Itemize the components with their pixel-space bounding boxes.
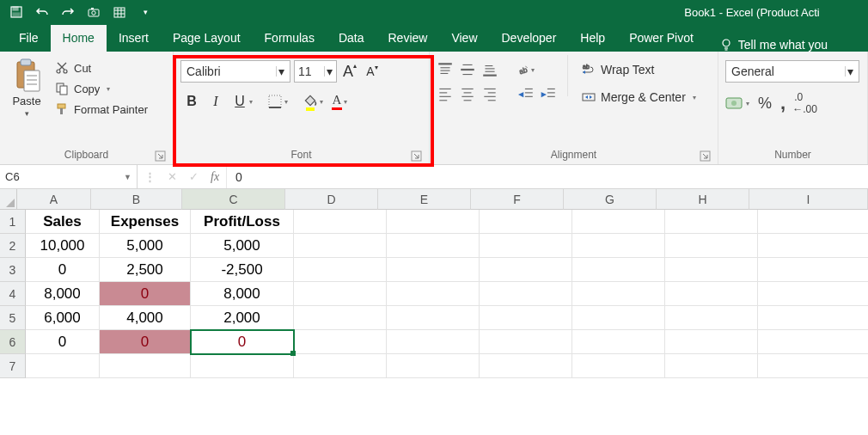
cell-F3[interactable] xyxy=(480,258,572,282)
cell-B1[interactable]: Expenses xyxy=(100,210,191,234)
tab-developer[interactable]: Developer xyxy=(490,25,569,52)
row-header-6[interactable]: 6 xyxy=(0,330,26,354)
orientation-button[interactable]: ab▾ xyxy=(517,62,535,77)
save-icon[interactable] xyxy=(9,4,24,20)
cell-H3[interactable] xyxy=(665,258,758,282)
format-painter-button[interactable]: Format Painter xyxy=(52,101,151,117)
cell-G4[interactable] xyxy=(572,282,665,306)
align-top-button[interactable] xyxy=(437,62,454,77)
cell-H7[interactable] xyxy=(665,354,758,378)
cell-A2[interactable]: 10,000 xyxy=(26,234,100,258)
col-header-E[interactable]: E xyxy=(378,189,471,210)
cut-button[interactable]: Cut xyxy=(52,60,151,76)
chevron-down-icon[interactable]: ▾ xyxy=(693,94,696,101)
chevron-down-icon[interactable]: ▾ xyxy=(845,66,855,77)
grow-font-button[interactable]: A▴ xyxy=(340,62,359,81)
dialog-launcher-icon[interactable] xyxy=(155,150,166,162)
tab-view[interactable]: View xyxy=(439,25,489,52)
cell-D1[interactable] xyxy=(294,210,387,234)
cell-H4[interactable] xyxy=(665,282,758,306)
cell-H6[interactable] xyxy=(665,330,758,354)
cell-F5[interactable] xyxy=(480,306,572,330)
cell-D7[interactable] xyxy=(294,354,387,378)
row-header-2[interactable]: 2 xyxy=(0,234,26,258)
col-header-C[interactable]: C xyxy=(182,189,285,210)
cell-G5[interactable] xyxy=(572,306,665,330)
redo-icon[interactable] xyxy=(60,4,76,20)
cell-G6[interactable] xyxy=(572,330,665,354)
cell-A7[interactable] xyxy=(26,354,100,378)
tell-me-search[interactable]: Tell me what you xyxy=(712,38,834,52)
row-header-1[interactable]: 1 xyxy=(0,210,26,234)
chevron-down-icon[interactable]: ▼ xyxy=(124,173,131,181)
cell-C4[interactable]: 8,000 xyxy=(191,282,294,306)
font-size-select[interactable]: 11 ▾ xyxy=(294,60,337,83)
cell-D6[interactable] xyxy=(294,330,387,354)
fx-icon[interactable]: fx xyxy=(211,170,219,184)
cell-B3[interactable]: 2,500 xyxy=(100,258,191,282)
copy-button[interactable]: Copy ▾ xyxy=(52,81,151,96)
cell-A4[interactable]: 8,000 xyxy=(26,282,100,306)
cell-E6[interactable] xyxy=(387,330,480,354)
italic-button[interactable]: I xyxy=(205,89,227,113)
cell-A6[interactable]: 0 xyxy=(26,330,100,354)
cancel-icon[interactable]: ✕ xyxy=(168,170,177,183)
col-header-F[interactable]: F xyxy=(471,189,564,210)
row-header-3[interactable]: 3 xyxy=(0,258,26,282)
chevron-down-icon[interactable]: ▾ xyxy=(320,98,323,106)
tab-review[interactable]: Review xyxy=(376,25,440,52)
cell-D4[interactable] xyxy=(294,282,387,306)
tab-insert[interactable]: Insert xyxy=(107,25,161,52)
cell-E4[interactable] xyxy=(387,282,480,306)
formula-input[interactable]: 0 xyxy=(227,165,868,188)
row-header-4[interactable]: 4 xyxy=(0,282,26,306)
cell-B5[interactable]: 4,000 xyxy=(100,306,191,330)
cell-E7[interactable] xyxy=(387,354,480,378)
comma-format-button[interactable]: , xyxy=(780,101,785,107)
row-header-7[interactable]: 7 xyxy=(0,354,26,378)
cell-H5[interactable] xyxy=(665,306,758,330)
cell-C3[interactable]: -2,500 xyxy=(191,258,294,282)
cell-B2[interactable]: 5,000 xyxy=(100,234,191,258)
cell-C6[interactable]: 0 xyxy=(191,330,294,354)
chevron-down-icon[interactable]: ▾ xyxy=(249,98,253,106)
cell-I7[interactable] xyxy=(758,354,868,378)
row-header-5[interactable]: 5 xyxy=(0,306,26,330)
cell-I5[interactable] xyxy=(758,306,868,330)
cell-D5[interactable] xyxy=(294,306,387,330)
tab-power-pivot[interactable]: Power Pivot xyxy=(617,25,706,52)
cell-I6[interactable] xyxy=(758,330,868,354)
chevron-down-icon[interactable]: ▾ xyxy=(284,98,288,106)
cell-A1[interactable]: Sales xyxy=(26,210,100,234)
col-header-B[interactable]: B xyxy=(91,189,182,210)
cell-G7[interactable] xyxy=(572,354,665,378)
cell-E2[interactable] xyxy=(387,234,480,258)
cell-B6[interactable]: 0 xyxy=(100,330,191,354)
cell-C2[interactable]: 5,000 xyxy=(191,234,294,258)
name-box[interactable]: C6 ▼ xyxy=(0,165,138,188)
cell-F4[interactable] xyxy=(480,282,572,306)
chevron-down-icon[interactable]: ▾ xyxy=(324,66,334,77)
enter-icon[interactable]: ✓ xyxy=(189,170,199,183)
qat-customize-icon[interactable]: ▾ xyxy=(138,4,153,20)
cell-F7[interactable] xyxy=(480,354,572,378)
cell-F2[interactable] xyxy=(480,234,572,258)
tab-file[interactable]: File xyxy=(7,25,51,52)
increase-decimal-button[interactable]: .0←.00 xyxy=(794,91,819,115)
chevron-down-icon[interactable]: ▾ xyxy=(344,98,347,106)
cell-G3[interactable] xyxy=(572,258,665,282)
select-all-corner[interactable] xyxy=(0,189,17,210)
align-left-button[interactable] xyxy=(437,86,454,101)
align-right-button[interactable] xyxy=(481,86,498,101)
col-header-G[interactable]: G xyxy=(564,189,657,210)
chevron-down-icon[interactable]: ▾ xyxy=(746,100,749,107)
cell-F6[interactable] xyxy=(480,330,572,354)
font-name-select[interactable]: Calibri ▾ xyxy=(180,60,290,83)
align-center-button[interactable] xyxy=(459,86,476,101)
cell-C5[interactable]: 2,000 xyxy=(191,306,294,330)
dialog-launcher-icon[interactable] xyxy=(700,150,711,162)
cell-I3[interactable] xyxy=(758,258,868,282)
chevron-down-icon[interactable]: ▾ xyxy=(531,66,535,74)
percent-format-button[interactable]: % xyxy=(758,95,772,113)
cell-A3[interactable]: 0 xyxy=(26,258,100,282)
